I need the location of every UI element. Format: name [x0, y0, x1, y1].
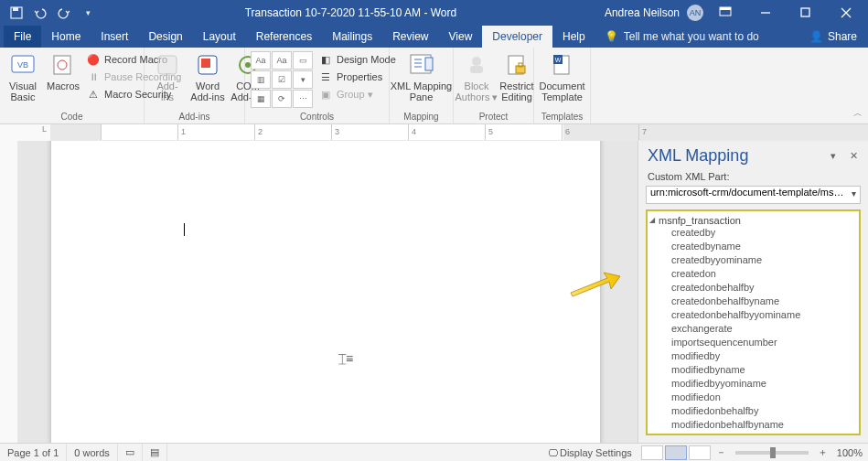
share-label: Share: [828, 30, 857, 43]
group-code-label: Code: [4, 111, 140, 123]
tab-help[interactable]: Help: [552, 26, 595, 48]
undo-icon[interactable]: [31, 4, 49, 22]
svg-rect-1: [13, 7, 18, 11]
tree-item[interactable]: createdby: [649, 226, 857, 240]
tree-item[interactable]: modifiedbyname: [649, 363, 857, 377]
zoom-slider[interactable]: [735, 451, 809, 455]
share-button[interactable]: 👤 Share: [798, 26, 868, 48]
display-settings-icon[interactable]: 🖵: [548, 447, 558, 458]
document-template-button[interactable]: WDocument Template: [538, 49, 586, 104]
tree-item[interactable]: createdonbehalfby: [649, 281, 857, 295]
ruler-mark: [101, 124, 104, 140]
status-page[interactable]: Page 1 of 1: [0, 444, 67, 461]
share-icon: 👤: [809, 30, 823, 43]
maximize-button[interactable]: [788, 0, 824, 26]
control-combo[interactable]: ▥: [251, 70, 271, 89]
visual-basic-icon: VB: [9, 51, 37, 79]
svg-rect-18: [425, 58, 433, 70]
tree-item[interactable]: modifiedbyyominame: [649, 377, 857, 391]
xml-tree[interactable]: msnfp_transaction createdbycreatedbyname…: [646, 209, 861, 435]
block-authors-button[interactable]: Block Authors ▾: [457, 49, 496, 104]
tab-developer[interactable]: Developer: [482, 26, 552, 48]
view-web-button[interactable]: [689, 445, 711, 460]
design-mode-icon: ◧: [318, 52, 333, 67]
tree-item[interactable]: exchangerate: [649, 322, 857, 336]
zoom-level[interactable]: 100%: [837, 447, 863, 458]
tell-me[interactable]: 💡 Tell me what you want to do: [595, 26, 768, 48]
ribbon-options-icon[interactable]: [707, 0, 744, 26]
minimize-button[interactable]: [747, 0, 784, 26]
status-macros-icon[interactable]: ▤: [143, 444, 167, 461]
page[interactable]: [51, 141, 600, 443]
controls-gallery[interactable]: Aa Aa ▭ ▥ ☑ ▾ ▦ ⟳ ⋯: [251, 51, 313, 108]
tab-design[interactable]: Design: [138, 26, 192, 48]
tree-item[interactable]: modifiedonbehalfbyname: [649, 418, 857, 432]
tree-item[interactable]: createdbyyominame: [649, 253, 857, 267]
tree-item[interactable]: modifiedon: [649, 391, 857, 404]
qat-customize-icon[interactable]: ▾: [79, 4, 97, 22]
svg-text:VB: VB: [17, 60, 28, 70]
control-richtext[interactable]: Aa: [251, 51, 271, 70]
status-spellcheck-icon[interactable]: ▭: [118, 444, 143, 461]
tree-root[interactable]: msnfp_transaction: [649, 215, 857, 226]
control-plaintext[interactable]: Aa: [272, 51, 292, 70]
zoom-out-button[interactable]: －: [713, 445, 730, 459]
pane-close-icon[interactable]: ✕: [846, 149, 861, 164]
tab-layout[interactable]: Layout: [193, 26, 246, 48]
control-legacy[interactable]: ⋯: [293, 90, 313, 108]
tree-item[interactable]: importsequencenumber: [649, 336, 857, 349]
addins-button[interactable]: Add- ins: [148, 49, 187, 104]
control-picture[interactable]: ▭: [293, 51, 313, 70]
horizontal-ruler: L 1 2 3 4 5 6 7: [0, 124, 868, 141]
tab-insert[interactable]: Insert: [91, 26, 138, 48]
close-button[interactable]: [828, 0, 864, 26]
pause-icon: ⏸: [86, 70, 101, 84]
restrict-label: Restrict Editing: [499, 80, 533, 102]
tab-home[interactable]: Home: [41, 26, 91, 48]
addins-label: Add- ins: [156, 80, 177, 102]
tree-item[interactable]: createdonbehalfbyname: [649, 295, 857, 308]
save-icon[interactable]: [7, 4, 26, 22]
macros-label: Macros: [47, 80, 80, 91]
tree-item[interactable]: modifiedby: [649, 349, 857, 363]
restrict-editing-button[interactable]: Restrict Editing: [498, 49, 536, 104]
visual-basic-button[interactable]: VB Visual Basic: [4, 49, 42, 104]
xml-mapping-pane-button[interactable]: XML Mapping Pane: [393, 49, 449, 104]
tree-item[interactable]: modifiedonbehalfby: [649, 404, 857, 418]
view-print-button[interactable]: [665, 445, 687, 460]
tree-item[interactable]: createdbyname: [649, 240, 857, 253]
collapse-ribbon-icon[interactable]: ︿: [853, 107, 863, 120]
zoom-in-button[interactable]: ＋: [814, 445, 831, 459]
redo-icon[interactable]: [55, 4, 73, 22]
tab-file[interactable]: File: [4, 26, 41, 48]
user-avatar[interactable]: AN: [687, 5, 703, 21]
pane-options-icon[interactable]: ▾: [826, 149, 841, 164]
template-label: Document Template: [539, 80, 584, 102]
block-authors-icon: [463, 51, 490, 79]
view-read-button[interactable]: [641, 445, 663, 460]
tab-review[interactable]: Review: [382, 26, 438, 48]
control-dropdown[interactable]: ▾: [293, 70, 313, 89]
control-checkbox[interactable]: ☑: [272, 70, 292, 89]
tree-item[interactable]: createdon: [649, 267, 857, 281]
macros-button[interactable]: Macros: [44, 49, 82, 93]
custom-xml-part-select[interactable]: urn:microsoft-crm/document-template/msnf…: [646, 186, 861, 204]
design-mode-button[interactable]: ◧Design Mode: [316, 51, 398, 68]
ruler-mark: 3: [331, 124, 339, 140]
tree-item[interactable]: createdonbehalfbyyominame: [649, 308, 857, 322]
tab-references[interactable]: References: [246, 26, 322, 48]
tab-view[interactable]: View: [439, 26, 483, 48]
display-settings-label[interactable]: Display Settings: [560, 447, 632, 458]
document-view[interactable]: ⌶≡: [18, 141, 638, 443]
word-addins-button[interactable]: Word Add-ins: [188, 49, 227, 104]
design-mode-label: Design Mode: [337, 54, 396, 65]
status-words[interactable]: 0 words: [67, 444, 118, 461]
tab-mailings[interactable]: Mailings: [322, 26, 382, 48]
xml-mapping-icon: [408, 51, 435, 79]
control-repeat[interactable]: ⟳: [272, 90, 292, 108]
tree-item[interactable]: modifiedonbehalfbyyominame: [649, 432, 857, 435]
group-controls-label: Controls: [249, 111, 385, 123]
control-date[interactable]: ▦: [251, 90, 271, 108]
properties-button[interactable]: ☰Properties: [316, 69, 398, 85]
properties-icon: ☰: [318, 70, 333, 84]
